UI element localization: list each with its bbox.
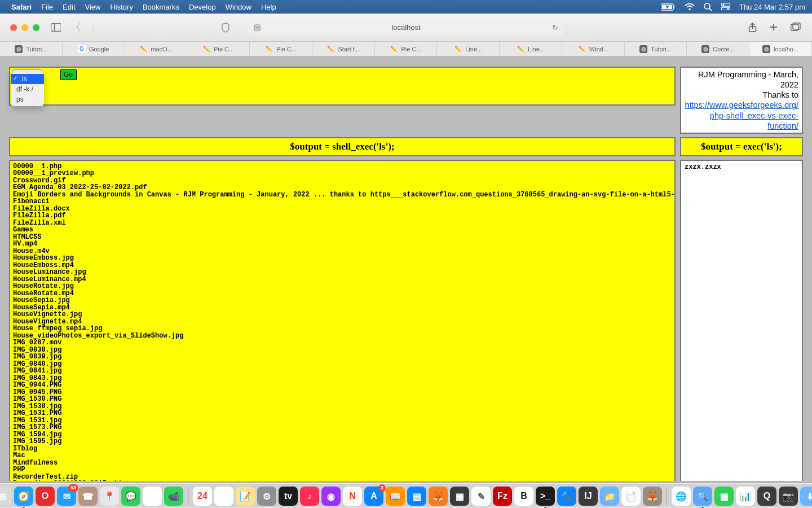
- share-button[interactable]: [748, 23, 757, 33]
- dock-systemprefs-icon[interactable]: ⚙: [257, 487, 276, 506]
- tab-label: Pie C...: [214, 46, 234, 52]
- site-settings-icon[interactable]: [254, 24, 261, 31]
- window-zoom-button[interactable]: [33, 24, 39, 31]
- battery-icon[interactable]: [661, 3, 676, 11]
- dock-photos-icon[interactable]: ✿: [143, 487, 162, 506]
- dock-safari-icon[interactable]: 🧭: [14, 487, 33, 506]
- tab-label: Line...: [528, 46, 545, 52]
- address-bar[interactable]: localhost ↻: [248, 20, 564, 36]
- browser-tab[interactable]: ✏️Start f...: [312, 42, 375, 56]
- browser-toolbar: 〈 〉 localhost ↻: [0, 14, 812, 42]
- dock-notes-icon[interactable]: 📝: [236, 487, 255, 506]
- dock-books-icon[interactable]: 📖: [386, 487, 405, 506]
- dock-appstore-icon[interactable]: A3: [364, 487, 383, 506]
- menu-develop[interactable]: Develop: [189, 3, 216, 11]
- dock-calendar-icon[interactable]: 24: [193, 487, 212, 506]
- browser-tab[interactable]: ✏️Line...: [500, 42, 562, 56]
- window-close-button[interactable]: [10, 24, 17, 31]
- control-center-icon[interactable]: [721, 3, 730, 10]
- dock-keynote-icon[interactable]: ▤: [407, 487, 426, 506]
- menu-edit[interactable]: Edit: [63, 3, 75, 11]
- menu-bookmarks[interactable]: Bookmarks: [143, 3, 179, 11]
- dock-folder1-icon[interactable]: 📁: [600, 487, 619, 506]
- new-tab-button[interactable]: [769, 23, 778, 33]
- dock-xcode-icon[interactable]: 🔨: [557, 487, 576, 506]
- browser-tab[interactable]: ✏️Pie C...: [375, 42, 438, 56]
- reload-button[interactable]: ↻: [552, 23, 558, 32]
- dock-launchpad-icon[interactable]: ⊞: [0, 487, 12, 506]
- tab-label: Line...: [465, 46, 482, 52]
- menu-file[interactable]: File: [41, 3, 53, 11]
- command-panel: ls ▴▾ Go ls df -k / ps: [9, 67, 676, 106]
- browser-tab[interactable]: ◍Conte...: [687, 42, 749, 56]
- tab-label: Start f...: [338, 46, 360, 52]
- svg-point-9: [727, 8, 729, 10]
- menu-view[interactable]: View: [85, 3, 101, 11]
- info-link[interactable]: https://www.geeksforgeeks.org/php-shell_…: [685, 100, 799, 130]
- dock-numbers-icon[interactable]: ▦: [714, 487, 734, 506]
- dock-mail-icon[interactable]: ✉53: [57, 487, 76, 506]
- dock-filezilla-icon[interactable]: Fz: [493, 487, 512, 506]
- browser-tab[interactable]: ✏️Line...: [437, 42, 500, 56]
- tab-label: macO...: [151, 46, 173, 52]
- go-button[interactable]: Go: [60, 69, 77, 80]
- privacy-report-icon[interactable]: [221, 23, 230, 33]
- svg-rect-10: [51, 24, 61, 32]
- dock-facetime-icon[interactable]: 📹: [164, 487, 183, 506]
- dock-opera-icon[interactable]: O: [36, 487, 55, 506]
- dock-activity-icon[interactable]: 📊: [736, 487, 755, 506]
- tab-overview-button[interactable]: [791, 23, 801, 33]
- dock-quicktime-icon[interactable]: Q: [757, 487, 776, 506]
- tab-label: localho...: [774, 46, 798, 52]
- sidebar-toggle-button[interactable]: [51, 23, 61, 33]
- tab-label: Pie C...: [276, 46, 297, 52]
- menu-history[interactable]: History: [110, 3, 133, 11]
- dock-terminal-icon[interactable]: >_: [536, 487, 555, 506]
- dock-maps-icon[interactable]: 📍: [100, 487, 119, 506]
- dock-pages-icon[interactable]: 📄: [621, 487, 641, 506]
- dock-calculator-icon[interactable]: ▦: [450, 487, 469, 506]
- menu-window[interactable]: Window: [226, 3, 251, 11]
- macos-menubar: Safari File Edit View History Bookmarks …: [0, 0, 812, 14]
- option-ps[interactable]: ps: [11, 94, 44, 104]
- browser-tab[interactable]: ✏️Wind...: [562, 42, 625, 56]
- dock-appletv-icon[interactable]: tv: [279, 487, 298, 506]
- browser-tab[interactable]: ◍Tutori...: [625, 42, 687, 56]
- dock-contacts-icon[interactable]: ☎: [78, 487, 98, 506]
- dock-news-icon[interactable]: N: [343, 487, 362, 506]
- dock-chrome-icon[interactable]: 🌐: [672, 487, 691, 506]
- dock-gimp-icon[interactable]: 🦊: [643, 487, 662, 506]
- menu-app-name[interactable]: Safari: [11, 3, 32, 11]
- dock-podcasts-icon[interactable]: ◉: [321, 487, 341, 506]
- menu-help[interactable]: Help: [261, 3, 276, 11]
- wifi-icon[interactable]: [685, 3, 695, 11]
- dock-preview-icon[interactable]: 🔍: [693, 487, 712, 506]
- browser-tab[interactable]: GGoogle: [63, 42, 125, 56]
- browser-tab[interactable]: ◍Tutori...: [0, 42, 63, 56]
- back-button[interactable]: 〈: [71, 21, 81, 34]
- option-ls[interactable]: ls: [11, 74, 44, 84]
- dock-music-icon[interactable]: ♪: [300, 487, 319, 506]
- dock-downloads-icon[interactable]: ⬇: [800, 487, 812, 506]
- browser-tab[interactable]: ✏️Pie C...: [250, 42, 312, 56]
- dock-screenshot-icon[interactable]: 📷: [779, 487, 798, 506]
- info-title: RJM Programming - March, 2022: [685, 69, 798, 90]
- dock-reminders-icon[interactable]: ≡: [214, 487, 233, 506]
- tab-label: Google: [89, 46, 109, 52]
- spotlight-icon[interactable]: [704, 3, 712, 11]
- option-df[interactable]: df -k /: [11, 84, 44, 94]
- dock-intellij-icon[interactable]: IJ: [579, 487, 598, 506]
- dock-textedit-icon[interactable]: ✎: [471, 487, 491, 506]
- browser-tab[interactable]: ◍localho...: [749, 42, 812, 56]
- dock-brackets-icon[interactable]: B: [514, 487, 533, 506]
- menubar-clock[interactable]: Thu 24 Mar 2:57 pm: [739, 3, 805, 11]
- dock-firefox-icon[interactable]: 🦊: [429, 487, 448, 506]
- browser-tab[interactable]: ✏️macO...: [125, 42, 188, 56]
- browser-tab[interactable]: ✏️Pie C...: [187, 42, 250, 56]
- forward-button[interactable]: 〉: [91, 21, 100, 34]
- header-shell-exec: $output = shell_exec('ls');: [9, 137, 676, 156]
- window-minimize-button[interactable]: [21, 24, 28, 31]
- browser-tab-bar: ◍Tutori...GGoogle✏️macO...✏️Pie C...✏️Pi…: [0, 42, 812, 56]
- command-select-dropdown[interactable]: ls df -k / ps: [11, 72, 44, 106]
- dock-messages-icon[interactable]: 💬: [121, 487, 140, 506]
